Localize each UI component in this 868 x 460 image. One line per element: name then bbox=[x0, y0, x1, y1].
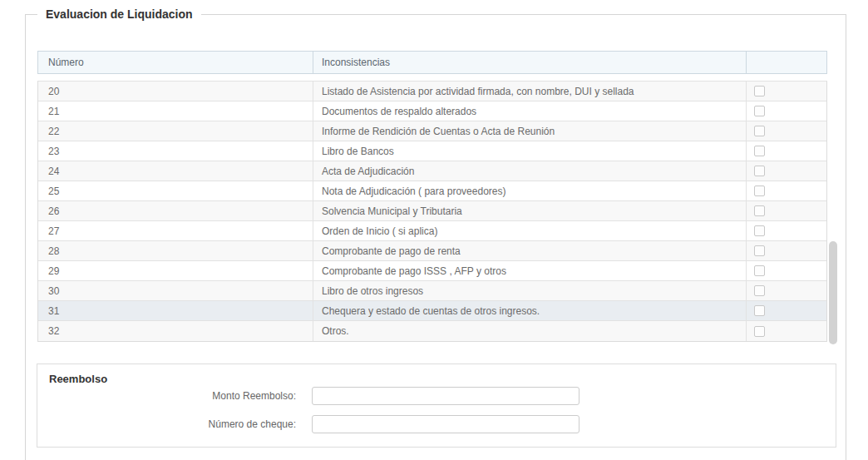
checkbox-cell bbox=[746, 201, 826, 220]
numero-cell: 22 bbox=[38, 121, 313, 141]
row-checkbox[interactable] bbox=[754, 245, 765, 256]
inconsistencia-cell: Otros. bbox=[313, 321, 746, 341]
numero-cell: 29 bbox=[38, 261, 313, 280]
monto-reembolso-input[interactable] bbox=[312, 387, 579, 405]
inconsistencia-cell: Solvencia Municipal y Tributaria bbox=[313, 201, 746, 220]
numero-cell: 27 bbox=[38, 221, 313, 240]
numero-cell: 31 bbox=[38, 301, 313, 320]
row-checkbox[interactable] bbox=[754, 265, 765, 276]
table-row: 28Comprobante de pago de renta bbox=[38, 241, 826, 261]
table-row: 31Chequera y estado de cuentas de otros … bbox=[38, 301, 826, 321]
checkbox-cell bbox=[746, 261, 826, 280]
table-row: 20Listado de Asistencia por actividad fi… bbox=[38, 82, 826, 101]
row-checkbox[interactable] bbox=[754, 185, 765, 196]
inconsistencia-cell: Documentos de respaldo alterados bbox=[313, 101, 746, 121]
table-row: 22Informe de Rendición de Cuentas o Acta… bbox=[38, 121, 826, 141]
page: Evaluacion de Liquidacion Número Inconsi… bbox=[0, 0, 868, 460]
table-row: 21Documentos de respaldo alterados bbox=[38, 101, 826, 121]
numero-cheque-row: Número de cheque: bbox=[37, 415, 836, 433]
table-row: 27Orden de Inicio ( si aplica) bbox=[38, 221, 826, 241]
table-row: 32Otros. bbox=[38, 321, 826, 341]
row-checkbox[interactable] bbox=[754, 166, 765, 176]
inconsistencia-cell: Listado de Asistencia por actividad firm… bbox=[313, 82, 746, 101]
numero-cheque-label: Número de cheque: bbox=[37, 418, 312, 430]
row-checkbox[interactable] bbox=[754, 326, 765, 337]
checkbox-cell bbox=[746, 281, 826, 300]
monto-reembolso-label: Monto Reembolso: bbox=[37, 390, 312, 402]
evaluacion-liquidacion-section: Evaluacion de Liquidacion Número Inconsi… bbox=[25, 7, 846, 460]
checkbox-cell bbox=[746, 301, 826, 320]
column-header-numero: Número bbox=[38, 52, 313, 73]
numero-cell: 30 bbox=[38, 281, 313, 300]
numero-cell: 25 bbox=[38, 181, 313, 200]
table-row: 26Solvencia Municipal y Tributaria bbox=[38, 201, 826, 221]
table-row: 23Libro de Bancos bbox=[38, 141, 826, 161]
checkbox-cell bbox=[746, 221, 826, 240]
inconsistencia-cell: Libro de otros ingresos bbox=[313, 281, 746, 300]
table-row: 29Comprobante de pago ISSS , AFP y otros bbox=[38, 261, 826, 281]
checkbox-cell bbox=[746, 241, 826, 260]
table-header: Número Inconsistencias bbox=[37, 51, 827, 74]
numero-cell: 23 bbox=[38, 141, 313, 161]
table-row: 25Nota de Adjudicación ( para proveedore… bbox=[38, 181, 826, 201]
numero-cheque-input[interactable] bbox=[312, 415, 579, 433]
checkbox-cell bbox=[746, 101, 826, 121]
row-checkbox[interactable] bbox=[754, 146, 765, 156]
reembolso-section: Reembolso Monto Reembolso: Número de che… bbox=[37, 364, 836, 448]
monto-reembolso-row: Monto Reembolso: bbox=[37, 387, 836, 405]
row-checkbox[interactable] bbox=[754, 285, 765, 296]
inconsistencia-cell: Acta de Adjudicación bbox=[313, 161, 746, 181]
checkbox-cell bbox=[746, 321, 826, 341]
column-header-inconsistencias: Inconsistencias bbox=[313, 52, 746, 73]
inconsistencia-cell: Informe de Rendición de Cuentas o Acta d… bbox=[313, 121, 746, 141]
column-header-checkbox bbox=[746, 52, 826, 73]
table-row: 24Acta de Adjudicación bbox=[38, 161, 826, 181]
checkbox-cell bbox=[746, 161, 826, 181]
checkbox-cell bbox=[746, 181, 826, 200]
inconsistencia-cell: Libro de Bancos bbox=[313, 141, 746, 161]
table-body: 20Listado de Asistencia por actividad fi… bbox=[37, 81, 827, 342]
numero-cell: 20 bbox=[38, 82, 313, 101]
row-checkbox[interactable] bbox=[754, 205, 765, 216]
inconsistencia-cell: Chequera y estado de cuentas de otros in… bbox=[313, 301, 746, 320]
inconsistencia-cell: Comprobante de pago ISSS , AFP y otros bbox=[313, 261, 746, 280]
numero-cell: 28 bbox=[38, 241, 313, 260]
row-checkbox[interactable] bbox=[754, 106, 765, 116]
checkbox-cell bbox=[746, 82, 826, 101]
row-checkbox[interactable] bbox=[754, 86, 765, 96]
inconsistencia-cell: Nota de Adjudicación ( para proveedores) bbox=[313, 181, 746, 200]
numero-cell: 21 bbox=[38, 101, 313, 121]
numero-cell: 32 bbox=[38, 321, 313, 341]
table-row: 30Libro de otros ingresos bbox=[38, 281, 826, 301]
numero-cell: 26 bbox=[38, 201, 313, 220]
numero-cell: 24 bbox=[38, 161, 313, 181]
inconsistencia-cell: Comprobante de pago de renta bbox=[313, 241, 746, 260]
reembolso-title: Reembolso bbox=[49, 373, 107, 385]
section-title: Evaluacion de Liquidacion bbox=[37, 7, 201, 21]
checkbox-cell bbox=[746, 141, 826, 161]
row-checkbox[interactable] bbox=[754, 305, 765, 316]
row-checkbox[interactable] bbox=[754, 225, 765, 236]
row-checkbox[interactable] bbox=[754, 126, 765, 136]
checkbox-cell bbox=[746, 121, 826, 141]
scrollbar-thumb[interactable] bbox=[829, 241, 837, 344]
inconsistencia-cell: Orden de Inicio ( si aplica) bbox=[313, 221, 746, 240]
